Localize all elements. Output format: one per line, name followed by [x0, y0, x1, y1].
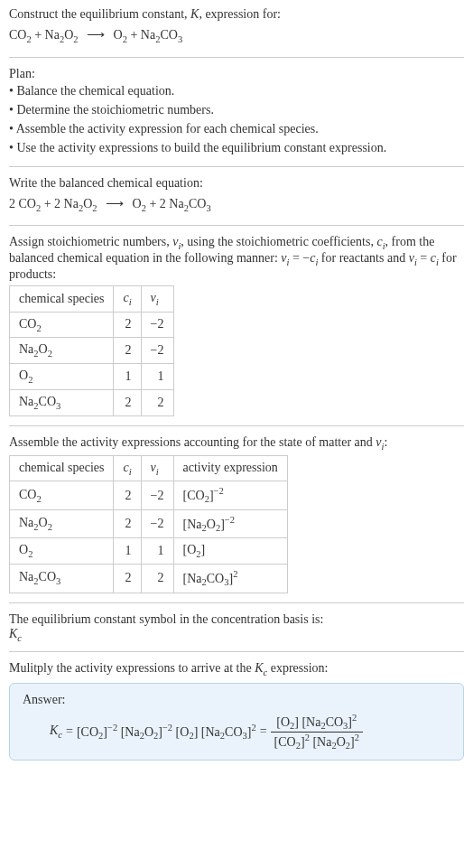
co2-sub: 2: [26, 34, 31, 44]
table-row: CO2 2 −2 [CO2]−2: [10, 481, 288, 509]
intro-text: Construct the equilibrium constant, K, e…: [9, 7, 464, 22]
bal-co3: CO: [189, 197, 206, 210]
o2-p: O: [114, 28, 123, 42]
cb-kc: Kc: [9, 627, 464, 643]
answer-box: Answer: Kc = [CO2]−2 [Na2O2]−2 [O2] [Na2…: [9, 683, 464, 761]
o2-sub: 2: [123, 34, 127, 44]
bal-co2: CO: [19, 197, 36, 210]
th-nui-i: i: [156, 297, 159, 307]
multiply-text: Mulitply the activity expressions to arr…: [9, 661, 464, 677]
acell-ci-0: 2: [114, 481, 141, 509]
asp3a: Na: [19, 570, 33, 583]
multiply-section: Mulitply the activity expressions to arr…: [9, 661, 464, 761]
cell-activity-3: [Na2CO3]2: [173, 565, 287, 593]
th2-ci: ci: [114, 455, 141, 481]
intro-line1b: , expression for:: [199, 7, 281, 21]
cell-ci-1: 2: [114, 338, 141, 364]
mul-t2: expression:: [267, 661, 328, 675]
bal-na2: Na: [169, 197, 183, 210]
asp0b: 2: [36, 493, 41, 503]
acell-ci-1: 2: [114, 509, 141, 537]
cell-activity-2: [O2]: [173, 538, 287, 565]
stoich-text: Assign stoichiometric numbers, νi, using…: [9, 235, 464, 282]
cell-nui-2: 1: [141, 364, 173, 390]
sp0a: CO: [19, 317, 36, 331]
bal-o: O: [83, 197, 92, 210]
stoich-section: Assign stoichiometric numbers, νi, using…: [9, 235, 464, 416]
cell-activity-1: [Na2O2]−2: [173, 509, 287, 537]
cell-ci-3: 2: [114, 389, 141, 415]
acell-nui-0: −2: [141, 481, 173, 509]
table-row: Na2O2 2 −2 [Na2O2]−2: [10, 509, 288, 537]
act-t2: :: [384, 435, 387, 449]
sp0b: 2: [36, 322, 41, 332]
kc-num: [O2] [Na2CO3]2: [271, 713, 363, 732]
cell-species: Na2O2: [10, 509, 114, 537]
na2o2-na: Na: [45, 28, 60, 42]
asp0a: CO: [19, 488, 36, 501]
asp1c: O: [39, 516, 48, 529]
cell-species: Na2O2: [10, 338, 114, 364]
activity-table: chemical species ci νi activity expressi…: [9, 455, 288, 593]
th2-activity: activity expression: [173, 455, 287, 481]
plan-item-1: Determine the stoichiometric numbers.: [9, 100, 464, 119]
sp1d: 2: [48, 349, 52, 359]
bal-o2sub: 2: [142, 202, 146, 212]
bal-co3sub: 3: [206, 202, 210, 212]
kc-eq1: =: [66, 724, 73, 739]
th-species: chemical species: [10, 285, 114, 312]
cell-nui-3: 2: [141, 389, 173, 415]
cell-ci-0: 2: [114, 312, 141, 338]
na2co3-sub2: 3: [178, 34, 182, 44]
bal-plus1: +: [44, 197, 54, 210]
divider: [9, 225, 464, 226]
kc-den: [CO2]2 [Na2O2]2: [271, 733, 363, 751]
balanced-section: Write the balanced chemical equation: 2 …: [9, 176, 464, 217]
cell-nui-0: −2: [141, 312, 173, 338]
st-eq1b: = −: [289, 251, 310, 265]
kc-eq2: =: [260, 724, 267, 739]
answer-label: Answer:: [23, 693, 450, 707]
cell-species: Na2CO3: [10, 565, 114, 593]
cell-species: CO2: [10, 312, 114, 338]
acell-ci-2: 1: [114, 538, 141, 565]
intro-line1: Construct the equilibrium constant,: [9, 7, 190, 21]
acell-ci-3: 2: [114, 565, 141, 593]
plus2: +: [130, 28, 140, 42]
asp3c: CO: [39, 570, 56, 583]
th-ci: ci: [114, 285, 141, 312]
kc-equation: Kc = [CO2]−2 [Na2O2]−2 [O2] [Na2CO3]2 = …: [50, 713, 450, 751]
bal-c1: 2: [9, 197, 19, 210]
st-t4: for reactants and: [318, 251, 408, 265]
th-ci-i: i: [129, 297, 132, 307]
th2-ci-i: i: [129, 466, 132, 476]
plan-item-2: Assemble the activity expression for eac…: [9, 119, 464, 138]
asp3d: 3: [56, 576, 60, 586]
kc-terms: [CO2]−2 [Na2O2]−2 [O2] [Na2CO3]2: [77, 723, 256, 741]
sp3c: CO: [39, 395, 56, 408]
sp2a: O: [19, 369, 28, 382]
na2o2-o: O: [64, 28, 73, 42]
bal-arrow: ⟶: [106, 197, 124, 210]
th2-nui: νi: [141, 455, 173, 481]
divider: [9, 602, 464, 603]
asp1d: 2: [48, 522, 52, 532]
na2o2-sub2: 2: [73, 34, 78, 44]
plus1: +: [34, 28, 44, 42]
cell-species: Na2CO3: [10, 389, 114, 415]
na2co3-na: Na: [141, 28, 155, 42]
asp1a: Na: [19, 516, 33, 529]
asp2b: 2: [28, 549, 32, 559]
kc-lhs: Kc: [50, 723, 62, 740]
st-t1: Assign stoichiometric numbers,: [9, 235, 172, 248]
arrow1: ⟶: [87, 28, 105, 42]
cell-ci-2: 1: [114, 364, 141, 390]
table-row: O2 1 1: [10, 364, 174, 390]
cell-species: CO2: [10, 481, 114, 509]
acell-nui-3: 2: [141, 565, 173, 593]
plan-item-3: Use the activity expressions to build th…: [9, 138, 464, 157]
concbasis-section: The equilibrium constant symbol in the c…: [9, 612, 464, 643]
intro-k: K: [190, 7, 199, 21]
cb-k: K: [9, 627, 17, 640]
cell-species: O2: [10, 538, 114, 565]
